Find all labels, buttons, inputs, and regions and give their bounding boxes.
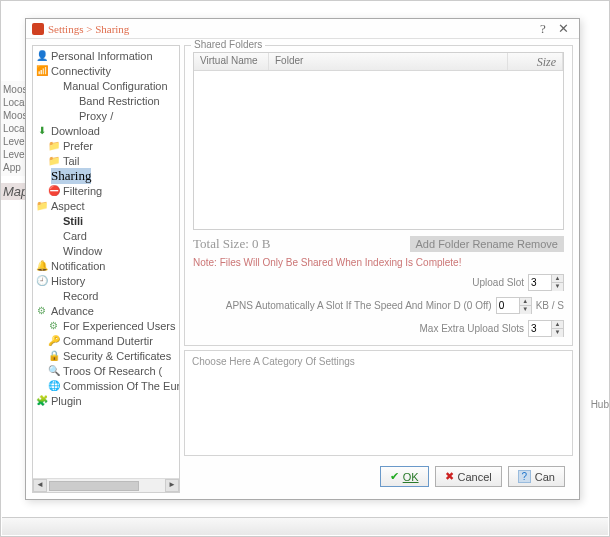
tree-item-label: Advance [51,305,94,317]
tree-item-aspect[interactable]: 📁Aspect [33,198,179,213]
tree-item-connectivity[interactable]: 📶Connectivity [33,63,179,78]
scroll-right-icon[interactable]: ► [165,479,179,492]
tree-item-label: Command Dutertir [63,335,153,347]
tree-item-window[interactable]: Window [33,243,179,258]
auto-slot-unit: KB / S [536,300,564,311]
tree-item-for-experienced-users-only[interactable]: ⚙For Experienced Users Only [33,318,179,333]
tree-item-label: Download [51,125,100,137]
tree-item-label: Window [63,245,102,257]
tree-item-sharing[interactable]: Sharing [33,168,179,183]
max-extra-input[interactable] [529,322,551,335]
mag-icon: 🔍 [47,364,60,377]
tree-item-filtering[interactable]: ⛔Filtering [33,183,179,198]
filt-icon: ⛔ [47,184,60,197]
tree-item-manual-configuration[interactable]: Manual Configuration [33,78,179,93]
tree-item-label: Card [63,230,87,242]
scroll-thumb[interactable] [49,481,139,491]
world-icon: 🌐 [47,379,60,392]
max-extra-label: Max Extra Upload Slots [420,323,525,334]
spinner-down-icon[interactable]: ▼ [551,283,563,291]
tree-item-label: Commission Of The European Communities [63,380,179,392]
rename-button[interactable]: Rename [472,238,514,250]
tree-item-record[interactable]: Record [33,288,179,303]
tree-item-label: Troos Of Research ( [63,365,162,377]
ok-button[interactable]: ✔OK [380,466,429,487]
tree-item-personal-information[interactable]: 👤Personal Information [33,48,179,63]
blank-icon [47,229,60,242]
blank-icon [47,289,60,302]
help-icon[interactable]: ? [533,21,553,37]
tree-item-label: Record [63,290,98,302]
cancel-button[interactable]: ✖Cancel [435,466,502,487]
auto-slot-input[interactable] [497,299,519,312]
tree-item-commission-of-the-european-communities[interactable]: 🌐Commission Of The European Communities [33,378,179,393]
upload-slot-label: Upload Slot [472,277,524,288]
upload-slot-input[interactable] [529,276,551,289]
gear-icon: ⚙ [47,319,60,332]
tree-item-label: Band Restriction [79,95,160,107]
upload-slot-spinner[interactable]: ▲▼ [528,274,564,291]
question-icon: ? [518,470,531,483]
tree-item-label: Sharing [51,168,91,184]
tree-item-label: Security & Certificates [63,350,171,362]
tree-item-security-certificates[interactable]: 🔒Security & Certificates [33,348,179,363]
folder-buttons-group: Add Folder Rename Remove [410,236,564,252]
spinner-up-icon[interactable]: ▲ [519,298,531,306]
folder-icon: 📁 [35,199,48,212]
tree-item-label: History [51,275,85,287]
tree-item-history[interactable]: 🕘History [33,273,179,288]
tree-item-tail[interactable]: 📁Tail [33,153,179,168]
bell-icon: 🔔 [35,259,48,272]
auto-slot-spinner[interactable]: ▲▼ [496,297,532,314]
tree-item-band-restriction[interactable]: Band Restriction [33,93,179,108]
tree-item-prefer[interactable]: 📁Prefer [33,138,179,153]
bg-hub-label: Hub [591,399,609,410]
tree-item-label: Personal Information [51,50,153,62]
tree-item-advance[interactable]: ⚙Advance [33,303,179,318]
tree-scrollbar[interactable]: ◄ ► [33,478,179,492]
remove-button[interactable]: Remove [517,238,558,250]
tree-item-label: Tail [63,155,80,167]
x-icon: ✖ [445,470,454,483]
blank-icon [63,109,76,122]
spinner-up-icon[interactable]: ▲ [551,275,563,283]
check-icon: ✔ [390,470,399,483]
folder-icon: 📁 [47,139,60,152]
tree-item-card[interactable]: Card [33,228,179,243]
shared-folders-list[interactable]: Virtual Name Folder Size [193,52,564,230]
group-title: Shared Folders [191,39,265,50]
close-icon[interactable]: ✕ [553,21,573,37]
tree-item-label: Notification [51,260,105,272]
plug-icon: 🧩 [35,394,48,407]
indexing-note: Note: Files Will Only Be Shared When Ind… [193,257,564,268]
max-extra-spinner[interactable]: ▲▼ [528,320,564,337]
tree-item-label: Stili [63,215,83,227]
dialog-title: Settings > Sharing [48,23,129,35]
tree-item-download[interactable]: ⬇Download [33,123,179,138]
category-hint: Choose Here A Category Of Settings [184,350,573,456]
column-size[interactable]: Size [508,53,563,70]
blank-icon [47,244,60,257]
tree-item-label: For Experienced Users Only [63,320,179,332]
column-folder[interactable]: Folder [269,53,508,70]
scroll-left-icon[interactable]: ◄ [33,479,47,492]
tree-item-label: Manual Configuration [63,80,168,92]
tree-item-command-dutertir[interactable]: 🔑Command Dutertir [33,333,179,348]
tree-item-troos-of-research[interactable]: 🔍Troos Of Research ( [33,363,179,378]
tree-item-plugin[interactable]: 🧩Plugin [33,393,179,408]
tree-item-proxy[interactable]: Proxy / [33,108,179,123]
help-button[interactable]: ?Can [508,466,565,487]
tree-item-notification[interactable]: 🔔Notification [33,258,179,273]
add-folder-button[interactable]: Add Folder [416,238,470,250]
tree-item-label: Prefer [63,140,93,152]
spinner-up-icon[interactable]: ▲ [551,321,563,329]
tree-item-stili[interactable]: Stili [33,213,179,228]
spinner-down-icon[interactable]: ▼ [551,329,563,337]
tree-item-label: Connectivity [51,65,111,77]
gear-icon: ⚙ [35,304,48,317]
column-virtual-name[interactable]: Virtual Name [194,53,269,70]
category-tree: 👤Personal Information📶ConnectivityManual… [32,45,180,493]
spinner-down-icon[interactable]: ▼ [519,306,531,314]
lock-icon: 🔒 [47,349,60,362]
dialog-titlebar: Settings > Sharing ? ✕ [26,19,579,39]
